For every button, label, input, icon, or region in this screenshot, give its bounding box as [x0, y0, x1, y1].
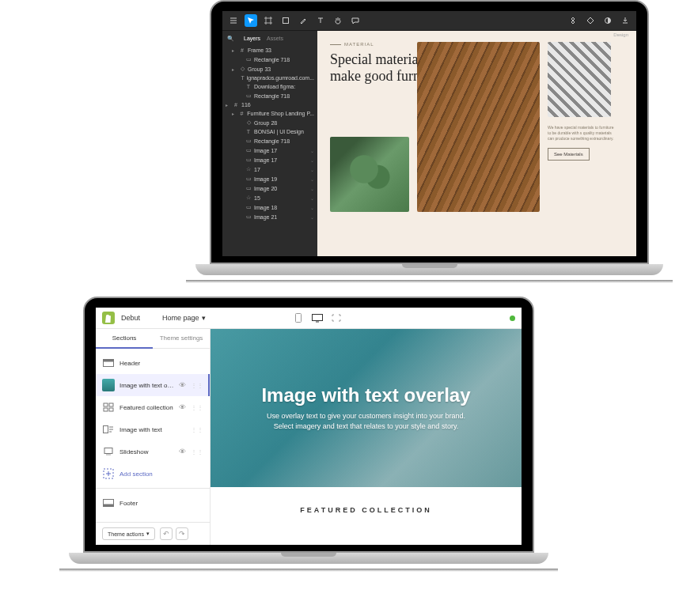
- visibility-icon[interactable]: ⌄: [310, 148, 314, 153]
- layer-item[interactable]: ▭Rectangle 718: [222, 136, 317, 145]
- wood-image[interactable]: [417, 42, 540, 212]
- figma-canvas[interactable]: Design MATERIAL Special materials to mak…: [317, 31, 636, 256]
- layer-type-icon: #: [233, 102, 239, 108]
- tab-design[interactable]: Design: [613, 32, 628, 37]
- section-label: Image with text ov...: [119, 382, 174, 389]
- layer-item[interactable]: TDownload figma:: [222, 82, 317, 91]
- mobile-view-icon[interactable]: [292, 312, 305, 323]
- layer-item[interactable]: Tignaprados.gumroad.com...: [222, 74, 317, 82]
- laptop-base: [195, 264, 663, 275]
- search-icon[interactable]: 🔍: [227, 36, 234, 42]
- visibility-icon[interactable]: ⌄: [310, 214, 314, 220]
- shopify-body: Sections Theme settings HeaderImage with…: [96, 329, 522, 545]
- layer-item[interactable]: ☆17⌄: [222, 164, 317, 174]
- layer-type-icon: #: [239, 47, 245, 53]
- svg-rect-5: [104, 360, 114, 362]
- shape-tool-icon[interactable]: [279, 14, 292, 27]
- section-label: Image with text: [119, 426, 186, 433]
- layer-item[interactable]: TBONSAI | UI Design: [222, 127, 317, 136]
- drag-handle-icon[interactable]: ⋮⋮: [191, 448, 203, 455]
- drag-handle-icon[interactable]: ⋮⋮: [191, 426, 203, 433]
- plant-image[interactable]: [330, 137, 409, 212]
- layer-item[interactable]: ▭Image 17⌄: [222, 145, 317, 155]
- export-icon[interactable]: [619, 14, 632, 27]
- visibility-icon[interactable]: ⌄: [310, 205, 314, 210]
- section-thumbnail: [102, 379, 115, 391]
- menu-icon[interactable]: [227, 14, 240, 27]
- drag-handle-icon[interactable]: ⋮⋮: [191, 404, 203, 411]
- layer-tree: ▸#Frame 33▭Rectangle 718▸◇Group 33Tignap…: [222, 46, 317, 256]
- redo-button[interactable]: ↷: [176, 527, 188, 540]
- layer-item[interactable]: ▸#Frame 33: [222, 46, 317, 55]
- fullscreen-view-icon[interactable]: [330, 312, 343, 323]
- layer-item[interactable]: ▭Image 17⌄: [222, 155, 317, 164]
- tab-layers[interactable]: Layers: [244, 36, 260, 41]
- layer-label: 17: [254, 167, 260, 172]
- layer-item[interactable]: ▭Image 18⌄: [222, 202, 317, 212]
- svg-rect-8: [104, 408, 108, 411]
- drag-handle-icon[interactable]: ⋮⋮: [191, 382, 203, 389]
- move-tool-icon[interactable]: [245, 14, 257, 27]
- layer-label: Download figma:: [254, 84, 295, 89]
- layer-item[interactable]: ▸#Furniture Shop Landing P...: [222, 109, 317, 118]
- layer-item[interactable]: ☆15⌄: [222, 193, 317, 202]
- hero-section[interactable]: Image with text overlay Use overlay text…: [211, 329, 522, 487]
- visibility-icon[interactable]: ⌄: [310, 195, 314, 201]
- architecture-image[interactable]: [548, 42, 611, 117]
- shopify-logo-icon[interactable]: [102, 312, 115, 324]
- see-materials-button[interactable]: See Materials: [548, 148, 590, 161]
- visibility-icon[interactable]: ⌄: [310, 157, 314, 163]
- layer-item[interactable]: ▭Rectangle 718: [222, 55, 317, 64]
- layer-item[interactable]: ▭Image 20⌄: [222, 183, 317, 193]
- section-imgtext[interactable]: Image with text⋮⋮: [96, 418, 210, 440]
- figma-app: 🔍 Layers Assets ▸#Frame 33▭Rectangle 718…: [222, 11, 636, 256]
- tab-assets[interactable]: Assets: [267, 36, 283, 41]
- svg-point-13: [108, 454, 108, 455]
- text-tool-icon[interactable]: [314, 14, 327, 27]
- layer-item[interactable]: ▸◇Group 33: [222, 64, 317, 74]
- tab-sections[interactable]: Sections: [96, 329, 153, 349]
- component-icon[interactable]: [567, 14, 579, 27]
- theme-actions-button[interactable]: Theme actions ▾: [102, 527, 155, 540]
- visibility-icon[interactable]: ⌄: [310, 176, 314, 182]
- comment-tool-icon[interactable]: [349, 14, 362, 27]
- undo-button[interactable]: ↶: [160, 527, 173, 540]
- layer-label: Image 18: [254, 205, 277, 210]
- mask-icon[interactable]: [584, 14, 597, 27]
- side-paragraph: We have special materials to furniture t…: [548, 125, 615, 142]
- section-header[interactable]: Header: [96, 352, 210, 374]
- svg-rect-17: [104, 505, 114, 507]
- frame-tool-icon[interactable]: [262, 14, 275, 27]
- visibility-icon[interactable]: 👁: [179, 403, 186, 411]
- section-add[interactable]: Add section: [96, 463, 210, 485]
- desktop-view-icon[interactable]: [311, 312, 324, 323]
- section-footer[interactable]: Footer: [96, 492, 210, 514]
- header-icon: [102, 357, 115, 369]
- layer-item[interactable]: ▭Image 21⌄: [222, 212, 317, 221]
- shadow: [59, 569, 558, 572]
- contrast-icon[interactable]: [601, 14, 614, 27]
- hero-title: Image with text overlay: [261, 384, 470, 406]
- layer-item[interactable]: ▭Rectangle 718: [222, 91, 317, 100]
- pen-tool-icon[interactable]: [297, 14, 309, 27]
- featured-section[interactable]: FEATURED COLLECTION: [211, 487, 522, 520]
- visibility-icon[interactable]: 👁: [179, 381, 186, 389]
- layer-item[interactable]: ▭Image 19⌄: [222, 174, 317, 183]
- visibility-icon[interactable]: ⌄: [310, 167, 314, 172]
- tab-theme-settings[interactable]: Theme settings: [153, 329, 210, 349]
- figma-panel-header: 🔍 Layers Assets: [222, 31, 317, 46]
- svg-rect-10: [104, 426, 108, 433]
- hand-tool-icon[interactable]: [332, 14, 344, 27]
- svg-rect-0: [283, 18, 289, 24]
- page-selector[interactable]: Home page ▾: [162, 314, 206, 322]
- visibility-icon[interactable]: ⌄: [310, 186, 314, 191]
- layer-item[interactable]: ◇Group 28: [222, 118, 317, 127]
- layer-item[interactable]: ▸#116: [222, 100, 317, 109]
- visibility-icon[interactable]: 👁: [179, 448, 186, 455]
- section-thumb[interactable]: Image with text ov...👁⋮⋮: [96, 374, 210, 396]
- shopify-app: Debut Home page ▾ Section: [96, 308, 522, 545]
- layer-type-icon: ◇: [245, 119, 252, 126]
- section-collection[interactable]: Featured collection👁⋮⋮: [96, 396, 210, 418]
- layer-label: Furniture Shop Landing P...: [247, 111, 314, 116]
- section-slideshow[interactable]: Slideshow👁⋮⋮: [96, 440, 210, 463]
